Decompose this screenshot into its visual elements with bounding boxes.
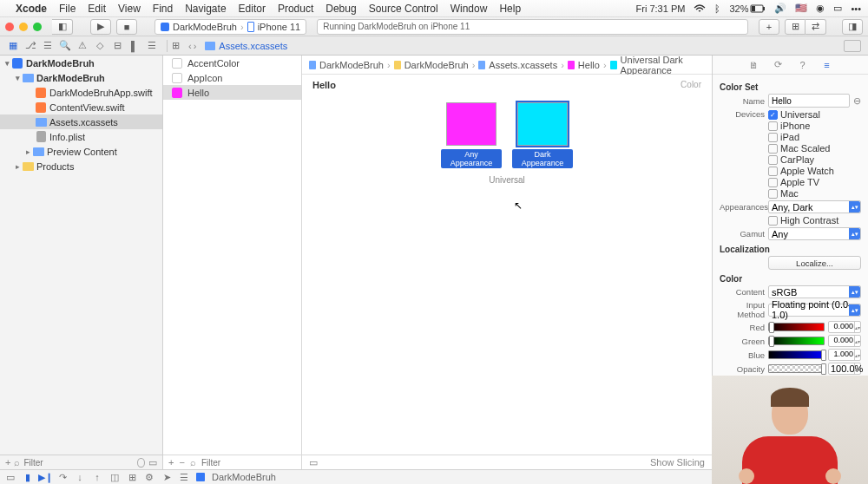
window-controls[interactable] — [5, 23, 42, 31]
color-well-any[interactable]: Any Appearance — [441, 99, 502, 168]
remove-asset-icon[interactable]: − — [179, 457, 184, 468]
checkbox[interactable] — [768, 133, 778, 142]
asset-row[interactable]: AccentColor — [163, 56, 301, 70]
breadcrumb[interactable]: DarkModeBruh› DarkModeBruh› Assets.xcass… — [302, 56, 712, 75]
device-checkbox-row[interactable]: iPhone — [768, 121, 861, 131]
color-well-dark[interactable]: Dark Appearance — [512, 99, 573, 168]
step-into-icon[interactable]: ↓ — [75, 472, 85, 482]
device-checkbox-row[interactable]: ✓Universal — [768, 109, 861, 120]
breakpoints-icon[interactable]: ▮ — [23, 472, 33, 482]
clock[interactable]: Fri 7:31 PM — [636, 3, 686, 14]
breakpoint-navigator-icon[interactable]: ▌ — [128, 40, 141, 52]
green-slider[interactable] — [768, 337, 825, 345]
filter-icon[interactable]: ⌕ — [190, 457, 196, 468]
view-debug-icon[interactable]: ◫ — [109, 472, 120, 482]
symbol-navigator-icon[interactable]: ☰ — [42, 40, 54, 52]
editor-options-icon[interactable] — [844, 40, 861, 52]
debug-navigator-icon[interactable]: ⊟ — [111, 40, 123, 52]
checkbox[interactable] — [768, 178, 778, 187]
add-target-icon[interactable]: + — [5, 457, 10, 468]
asset-filter-input[interactable] — [201, 458, 312, 468]
continue-icon[interactable]: ▶❙ — [40, 472, 50, 482]
localize-button[interactable]: Localize... — [768, 256, 861, 270]
file-row[interactable]: DarkModeBruhApp.swift — [0, 85, 162, 100]
recent-filter-icon[interactable] — [137, 458, 145, 468]
source-control-navigator-icon[interactable]: ⎇ — [24, 40, 36, 52]
project-navigator-icon[interactable]: ▦ — [7, 40, 19, 52]
red-slider[interactable] — [768, 323, 825, 331]
menu-view[interactable]: View — [118, 3, 141, 15]
environment-icon[interactable]: ⚙ — [144, 472, 155, 482]
scheme-selector[interactable]: DarkModeBruh › iPhone 11 — [155, 19, 306, 35]
clear-icon[interactable]: ⊖ — [853, 95, 861, 107]
project-root[interactable]: ▾DarkModeBruh — [0, 56, 162, 70]
device-checkbox-row[interactable]: Mac Scaled — [768, 143, 861, 154]
blue-slider[interactable] — [768, 350, 825, 359]
screen-icon[interactable]: ◉ — [816, 3, 825, 14]
opacity-value[interactable]: 100.0%▴▾ — [828, 363, 861, 375]
find-navigator-icon[interactable]: 🔍 — [59, 40, 71, 52]
run-button[interactable]: ▶ — [90, 19, 111, 35]
history-inspector-icon[interactable]: ⟳ — [773, 59, 785, 71]
attributes-inspector-icon[interactable]: ≡ — [821, 59, 833, 71]
location-icon[interactable]: ➤ — [161, 472, 172, 482]
wifi-icon[interactable] — [694, 4, 706, 13]
checkbox[interactable] — [768, 155, 778, 165]
device-checkbox-row[interactable]: Mac — [768, 188, 861, 199]
app-menu[interactable]: Xcode — [16, 3, 47, 15]
asset-row[interactable]: AppIcon — [163, 70, 301, 85]
swatch-dark-appearance[interactable] — [517, 102, 568, 146]
blue-value[interactable]: 1.000▴▾ — [828, 349, 861, 361]
help-inspector-icon[interactable]: ? — [797, 59, 809, 71]
memory-graph-icon[interactable]: ⊞ — [127, 472, 137, 482]
review-button[interactable]: ⇄ — [806, 19, 826, 35]
hide-debug-icon[interactable]: ▭ — [5, 472, 16, 482]
green-value[interactable]: 0.000▴▾ — [828, 335, 861, 347]
menu-debug[interactable]: Debug — [326, 3, 356, 15]
checkbox[interactable] — [768, 167, 778, 176]
input-method-select[interactable]: Floating point (0.0–1.0)▴▾ — [768, 304, 861, 317]
overflow-icon[interactable]: ••• — [851, 3, 861, 14]
report-navigator-icon[interactable]: ☰ — [146, 40, 158, 52]
menu-help[interactable]: Help — [499, 3, 521, 15]
flag-icon[interactable]: 🇺🇸 — [795, 3, 807, 14]
test-navigator-icon[interactable]: ◇ — [94, 40, 106, 52]
show-slicing-button[interactable]: Show Slicing — [650, 457, 705, 468]
display-icon[interactable]: ▭ — [833, 3, 842, 14]
menu-editor[interactable]: Editor — [239, 3, 266, 15]
menu-file[interactable]: File — [59, 3, 76, 15]
checkbox[interactable]: ✓ — [768, 110, 778, 120]
file-row[interactable]: ContentView.swift — [0, 100, 162, 114]
folder-row[interactable]: ▸Preview Content — [0, 144, 162, 159]
add-asset-icon[interactable]: + — [168, 457, 174, 468]
content-select[interactable]: sRGB▴▾ — [768, 285, 861, 298]
checkbox[interactable] — [768, 189, 778, 199]
menu-find[interactable]: Find — [153, 3, 173, 15]
scm-filter-icon[interactable]: ▭ — [148, 457, 157, 468]
nav-history[interactable]: ‹› — [188, 41, 196, 51]
high-contrast-checkbox[interactable] — [768, 216, 778, 226]
library-button[interactable]: ⊞ — [785, 19, 806, 35]
canvas-view-icon[interactable]: ▭ — [309, 457, 318, 468]
folder-row[interactable]: ▸Products — [0, 159, 162, 173]
file-row[interactable]: Info.plist — [0, 129, 162, 144]
filter-icon[interactable]: ⌕ — [14, 457, 20, 468]
battery-status[interactable]: 32% — [729, 3, 766, 14]
step-over-icon[interactable]: ↷ — [57, 472, 68, 482]
bluetooth-icon[interactable]: ᛒ — [714, 3, 720, 14]
device-checkbox-row[interactable]: Apple Watch — [768, 166, 861, 176]
opacity-slider[interactable] — [768, 364, 825, 373]
gamut-select[interactable]: Any▴▾ — [768, 227, 861, 240]
file-row-selected[interactable]: Assets.xcassets — [0, 114, 162, 129]
menu-navigate[interactable]: Navigate — [185, 3, 226, 15]
menu-edit[interactable]: Edit — [88, 3, 106, 15]
jump-bar-file[interactable]: Assets.xcassets — [205, 41, 287, 51]
sidebar-toggle-button[interactable]: ◧ — [52, 19, 73, 35]
menu-window[interactable]: Window — [450, 3, 488, 15]
issue-navigator-icon[interactable]: ⚠ — [76, 40, 89, 52]
file-inspector-icon[interactable]: 🗎 — [748, 59, 760, 71]
checkbox[interactable] — [768, 121, 778, 131]
name-field[interactable] — [768, 94, 850, 108]
volume-icon[interactable]: 🔊 — [774, 3, 786, 14]
debug-target[interactable]: DarkModeBruh — [212, 472, 276, 482]
